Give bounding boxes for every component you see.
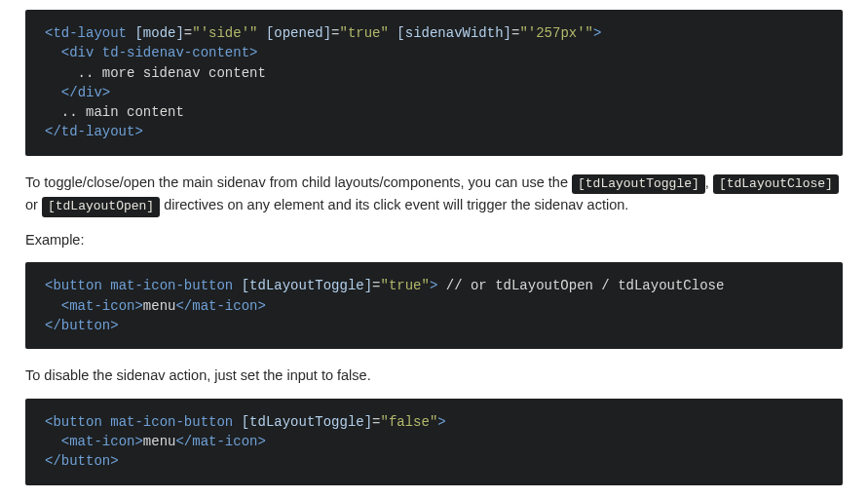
code-token: </	[45, 453, 61, 469]
code-token: </	[175, 434, 192, 449]
inline-code-tdlayoutclose: [tdLayoutClose]	[713, 174, 839, 195]
code-token: "'257px'"	[519, 25, 593, 41]
code-token: .. more sidenav content	[78, 65, 266, 81]
code-token: </	[175, 298, 192, 314]
code-token	[45, 104, 61, 120]
code-token: </	[45, 318, 61, 333]
code-token: =	[372, 414, 380, 430]
code-token: mat-icon-button	[110, 414, 233, 430]
code-token: >	[249, 45, 257, 60]
code-token: >	[110, 453, 118, 469]
code-token: [mode]	[134, 25, 183, 41]
code-token: [sidenavWidth]	[396, 25, 511, 41]
code-token: div	[78, 85, 102, 100]
code-token: >	[110, 318, 118, 333]
code-token: menu	[143, 298, 176, 314]
code-token: >	[134, 434, 142, 449]
code-token: td-layout	[53, 25, 127, 41]
code-token: </	[45, 124, 61, 139]
code-token: >	[257, 298, 265, 314]
code-token: <	[61, 45, 69, 60]
code-token: >	[134, 298, 142, 314]
paragraph-directives-intro: To toggle/close/open the main sidenav fr…	[25, 172, 843, 217]
code-token: "false"	[381, 414, 438, 430]
code-token: mat-icon	[192, 298, 257, 314]
code-token: >	[134, 124, 142, 139]
code-token: button	[61, 453, 110, 469]
code-token: div	[69, 45, 94, 60]
code-block-button-toggle-true: <button mat-icon-button [tdLayoutToggle]…	[25, 262, 843, 349]
paragraph-disable-note: To disable the sidenav action, just set …	[25, 365, 843, 386]
inline-code-tdlayoutopen: [tdLayoutOpen]	[42, 197, 160, 217]
code-token: [opened]	[266, 25, 331, 41]
document-root: <td-layout [mode]="'side'" [opened]="tru…	[0, 10, 868, 499]
code-token	[45, 85, 61, 100]
code-token	[45, 45, 61, 60]
code-token: mat-icon	[69, 434, 134, 449]
code-token: [tdLayoutToggle]	[242, 278, 372, 293]
code-token: mat-icon	[69, 298, 134, 314]
code-token: button	[61, 318, 110, 333]
code-token	[45, 434, 61, 449]
code-block-button-toggle-false: <button mat-icon-button [tdLayoutToggle]…	[25, 399, 843, 485]
text-segment: To toggle/close/open the main sidenav fr…	[25, 174, 572, 190]
text-segment: or	[25, 197, 42, 212]
code-token	[45, 298, 61, 314]
code-token: mat-icon	[192, 434, 257, 449]
code-token: td-layout	[61, 124, 135, 139]
code-token: td-sidenav-content	[102, 45, 249, 60]
code-token: =	[331, 25, 339, 41]
paragraph-example-label: Example:	[25, 229, 843, 250]
code-block-layout-example: <td-layout [mode]="'side'" [opened]="tru…	[25, 10, 843, 156]
code-token: <	[61, 298, 69, 314]
code-token	[45, 65, 78, 81]
code-token: button	[53, 278, 101, 293]
code-token: mat-icon-button	[110, 278, 233, 293]
code-token: >	[437, 414, 445, 430]
code-token: =	[372, 278, 380, 293]
code-token: menu	[143, 434, 176, 449]
inline-code-tdlayouttoggle: [tdLayoutToggle]	[572, 174, 705, 195]
code-token: .. main content	[61, 104, 184, 120]
code-token: "true"	[381, 278, 430, 293]
code-token: >	[593, 25, 601, 41]
code-token: >	[102, 85, 110, 100]
code-token: // or tdLayoutOpen / tdLayoutClose	[437, 278, 724, 293]
code-token: =	[184, 25, 192, 41]
text-segment: ,	[705, 174, 713, 190]
text-segment: directives on any element and its click …	[160, 197, 628, 212]
code-token: >	[257, 434, 265, 449]
code-token: "true"	[340, 25, 389, 41]
code-token: [tdLayoutToggle]	[242, 414, 372, 430]
code-token: button	[53, 414, 101, 430]
code-token: </	[61, 85, 78, 100]
code-token: <	[61, 434, 69, 449]
code-token: "'side'"	[192, 25, 257, 41]
